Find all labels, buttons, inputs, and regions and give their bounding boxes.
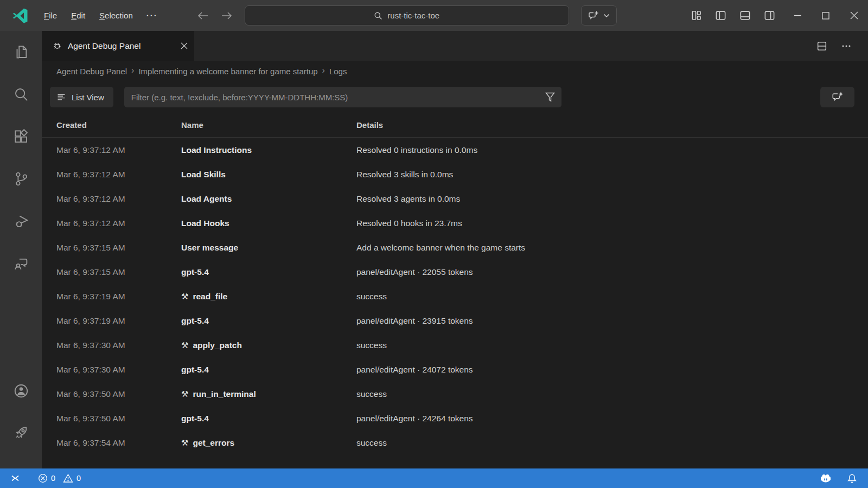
row-details: Resolved 0 instructions in 0.0ms <box>356 145 868 155</box>
chat-sparkle-icon <box>831 91 844 103</box>
column-header-details[interactable]: Details <box>356 120 868 130</box>
row-details: success <box>356 292 868 301</box>
menu-edit[interactable]: Edit <box>65 8 91 23</box>
status-bar-right <box>819 473 857 484</box>
close-window-button[interactable] <box>840 0 868 31</box>
search-sidebar-icon[interactable] <box>0 73 42 115</box>
breadcrumb-item[interactable]: Implementing a welcome banner for game s… <box>138 67 317 76</box>
log-toolbar: List View <box>42 81 868 113</box>
activity-bar-bottom <box>0 370 42 453</box>
maximize-button[interactable] <box>812 0 840 31</box>
list-view-label: List View <box>72 93 104 102</box>
split-editor-icon[interactable] <box>816 40 828 52</box>
table-row[interactable]: Mar 6, 9:37:54 AM⚒get_errorssuccess <box>42 431 868 455</box>
menu-more-icon[interactable]: ··· <box>141 8 163 23</box>
back-arrow-icon[interactable] <box>197 11 209 21</box>
table-row[interactable]: Mar 6, 9:37:19 AM⚒read_filesuccess <box>42 284 868 309</box>
row-details: Resolved 0 hooks in 23.7ms <box>356 219 868 228</box>
row-details: Resolved 3 agents in 0.0ms <box>356 194 868 204</box>
row-name: ⚒get_errors <box>181 438 356 448</box>
close-tab-icon[interactable] <box>181 42 188 49</box>
chat-sparkle-icon <box>588 10 599 21</box>
status-bar: 0 0 <box>0 468 868 488</box>
table-row[interactable]: Mar 6, 9:37:50 AMgpt-5.4panel/editAgent … <box>42 406 868 431</box>
activity-bar <box>0 31 42 468</box>
table-row[interactable]: Mar 6, 9:37:12 AMLoad SkillsResolved 3 s… <box>42 162 868 187</box>
list-view-button[interactable]: List View <box>50 87 113 107</box>
row-details: panel/editAgent · 24264 tokens <box>356 414 868 423</box>
table-row[interactable]: Mar 6, 9:37:15 AMUser messageAdd a welco… <box>42 235 868 260</box>
breadcrumb-item[interactable]: Agent Debug Panel <box>56 67 127 76</box>
log-table: Created Name Details Mar 6, 9:37:12 AMLo… <box>42 113 868 468</box>
rocket-icon[interactable] <box>0 412 42 453</box>
row-name: Load Instructions <box>181 145 356 155</box>
chevron-right-icon: › <box>322 66 325 75</box>
row-name: ⚒apply_patch <box>181 341 356 350</box>
row-name: gpt-5.4 <box>181 414 356 423</box>
toggle-sidebar-icon[interactable] <box>714 9 727 22</box>
menu-bar: File Edit Selection ··· <box>38 8 163 23</box>
filter-input[interactable] <box>124 87 561 107</box>
command-center[interactable]: rust-tic-tac-toe <box>245 5 569 25</box>
list-icon <box>57 93 66 101</box>
table-row[interactable]: Mar 6, 9:37:15 AMgpt-5.4panel/editAgent … <box>42 260 868 284</box>
menu-file[interactable]: File <box>38 8 63 23</box>
copilot-chat-sidebar-icon[interactable] <box>0 242 42 285</box>
bug-icon <box>52 41 62 51</box>
tab-title: Agent Debug Panel <box>68 41 175 51</box>
row-created: Mar 6, 9:37:12 AM <box>42 145 181 155</box>
history-nav <box>197 11 233 21</box>
row-details: panel/editAgent · 22055 tokens <box>356 267 868 277</box>
row-name: gpt-5.4 <box>181 316 356 326</box>
table-row[interactable]: Mar 6, 9:37:12 AMLoad InstructionsResolv… <box>42 138 868 162</box>
window-controls <box>783 0 868 31</box>
customize-layout-icon[interactable] <box>690 9 703 22</box>
row-details: panel/editAgent · 23915 tokens <box>356 316 868 326</box>
row-details: success <box>356 438 868 448</box>
table-row[interactable]: Mar 6, 9:37:19 AMgpt-5.4panel/editAgent … <box>42 309 868 333</box>
table-row[interactable]: Mar 6, 9:37:30 AM⚒apply_patchsuccess <box>42 333 868 357</box>
remote-indicator[interactable] <box>10 473 21 483</box>
row-name: Load Hooks <box>181 219 356 228</box>
tools-icon: ⚒ <box>181 389 188 399</box>
explorer-icon[interactable] <box>0 31 42 73</box>
toggle-panel-icon[interactable] <box>739 9 751 22</box>
row-created: Mar 6, 9:37:30 AM <box>42 365 181 375</box>
tools-icon: ⚒ <box>181 341 188 350</box>
menu-selection[interactable]: Selection <box>93 8 139 23</box>
table-row[interactable]: Mar 6, 9:37:12 AMLoad AgentsResolved 3 a… <box>42 187 868 211</box>
column-header-name[interactable]: Name <box>181 120 356 130</box>
row-details: Add a welcome banner when the game start… <box>356 243 868 253</box>
row-created: Mar 6, 9:37:30 AM <box>42 341 181 350</box>
column-header-created[interactable]: Created <box>42 120 181 130</box>
open-chat-button[interactable] <box>820 87 854 107</box>
command-center-text: rust-tic-tac-toe <box>387 11 439 20</box>
error-icon <box>38 473 48 483</box>
minimize-button[interactable] <box>783 0 812 31</box>
table-row[interactable]: Mar 6, 9:37:12 AMLoad HooksResolved 0 ho… <box>42 211 868 235</box>
row-name: ⚒read_file <box>181 292 356 301</box>
warning-count: 0 <box>76 474 81 483</box>
table-row[interactable]: Mar 6, 9:37:50 AM⚒run_in_terminalsuccess <box>42 382 868 406</box>
toggle-secondary-sidebar-icon[interactable] <box>763 9 776 22</box>
row-name: User message <box>181 243 356 253</box>
extensions-icon[interactable] <box>0 115 42 158</box>
forward-arrow-icon[interactable] <box>221 11 233 21</box>
table-row[interactable]: Mar 6, 9:37:30 AMgpt-5.4panel/editAgent … <box>42 357 868 382</box>
row-details: panel/editAgent · 24072 tokens <box>356 365 868 375</box>
problems-indicator[interactable]: 0 0 <box>38 473 85 483</box>
breadcrumb-item[interactable]: Logs <box>329 67 347 76</box>
run-debug-icon[interactable] <box>0 200 42 242</box>
filter-icon[interactable] <box>545 91 556 103</box>
tab-bar: Agent Debug Panel <box>42 31 868 61</box>
notifications-bell-icon[interactable] <box>847 473 857 484</box>
more-actions-icon[interactable] <box>841 41 852 52</box>
copilot-titlebar-button[interactable] <box>581 5 617 25</box>
source-control-icon[interactable] <box>0 158 42 200</box>
vscode-window: File Edit Selection ··· rust-tic-tac-toe <box>0 0 868 488</box>
row-created: Mar 6, 9:37:12 AM <box>42 194 181 204</box>
tab-agent-debug-panel[interactable]: Agent Debug Panel <box>42 31 194 61</box>
copilot-status-icon[interactable] <box>819 473 833 484</box>
row-created: Mar 6, 9:37:15 AM <box>42 243 181 253</box>
account-icon[interactable] <box>0 370 42 412</box>
